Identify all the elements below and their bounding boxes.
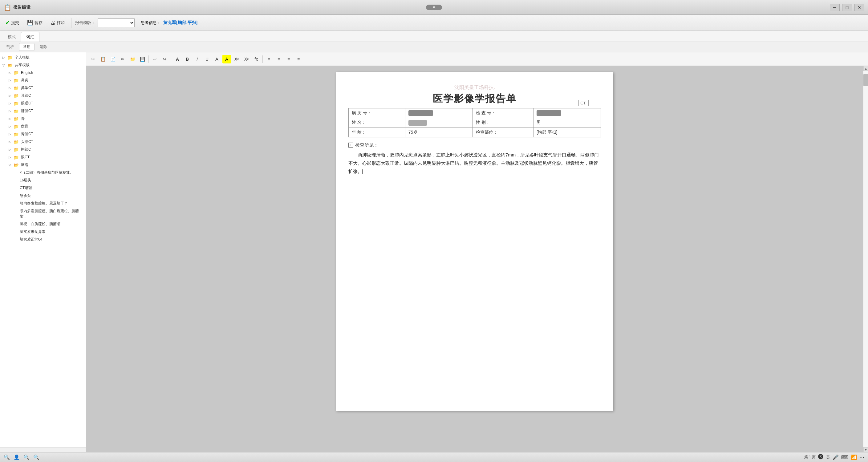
font-button[interactable]: A bbox=[173, 55, 182, 63]
sidebar-item-ganct[interactable]: ▷ 📁 肝脏CT bbox=[6, 107, 86, 115]
template-select[interactable] bbox=[98, 19, 134, 27]
font-color-button[interactable]: A bbox=[213, 55, 221, 63]
status-right: 第 1 页 🅢 英 🎤 ⌨ 📶 ⋯ bbox=[804, 454, 864, 460]
sidebar-item-naoluo[interactable]: ▽ 📂 脑络 bbox=[6, 161, 86, 169]
minimize-button[interactable]: ─ bbox=[830, 4, 840, 11]
sidebar-bottom-scrollbar[interactable] bbox=[0, 447, 86, 452]
zoom-in-icon[interactable]: 🔍 bbox=[33, 454, 39, 460]
folder-icon-english: 📁 bbox=[13, 70, 20, 75]
checkmark-icon: ✔ bbox=[5, 20, 10, 26]
doc-content[interactable]: 两肺纹理清晰，双肺内见斑点索条影，左肺上叶见小囊状透光区，直径约7mm，所见各叶… bbox=[348, 151, 601, 176]
submit-button[interactable]: ✔ 提交 bbox=[2, 18, 22, 28]
folder-icon-gu: 📁 bbox=[13, 116, 20, 121]
save-icon: 💾 bbox=[27, 20, 33, 26]
touct-label: 头部CT bbox=[21, 139, 33, 145]
sub-tab-bar: 剖析 常用 清除 bbox=[0, 42, 868, 52]
sub-tab-common[interactable]: 常用 bbox=[19, 43, 34, 51]
sidebar-item-gu[interactable]: ▷ 📁 骨 bbox=[6, 115, 86, 123]
case-number-label: 病 历 号： bbox=[349, 109, 405, 118]
scroll-thumb[interactable] bbox=[863, 74, 868, 86]
scroll-track[interactable] bbox=[863, 71, 868, 447]
folder-icon-biyan: 📁 bbox=[13, 78, 20, 83]
justify-button[interactable]: ≡ bbox=[294, 55, 303, 63]
italic-button[interactable]: I bbox=[193, 55, 202, 63]
naoluo-label: 脑络 bbox=[21, 162, 28, 167]
highlight-button[interactable]: A bbox=[222, 55, 231, 63]
lang-icon[interactable]: 英 bbox=[826, 455, 830, 460]
print-button[interactable]: 🖨 打印 bbox=[48, 19, 67, 27]
patient-info-table: 病 历 号： 检 查 号： 姓 bbox=[348, 108, 601, 137]
cut-button[interactable]: ✂ bbox=[89, 55, 97, 63]
maximize-button[interactable]: □ bbox=[842, 4, 852, 11]
sidebar-item-pengu[interactable]: ▷ 📁 盆骨 bbox=[6, 123, 86, 130]
brush-button[interactable]: ✏ bbox=[118, 55, 127, 63]
sub-tab-recent[interactable]: 剖析 bbox=[2, 43, 18, 51]
yanjingct-label: 眼眶CT bbox=[21, 101, 33, 106]
add-section-button[interactable]: + bbox=[348, 143, 353, 148]
align-center-button[interactable]: ≡ bbox=[274, 55, 283, 63]
sidebar-item-english[interactable]: ▷ 📁 English bbox=[6, 69, 86, 76]
tab-bar: 模式 词汇 bbox=[0, 31, 868, 42]
case-number-blurred bbox=[408, 110, 433, 116]
scroll-down-arrow[interactable]: ▼ bbox=[863, 447, 868, 452]
main-toolbar: ✔ 提交 💾 暂存 🖨 打印 报告模版： 患者信息： 黄克军[胸部,平扫] bbox=[0, 15, 868, 31]
exam-site-label: 检查部位： bbox=[472, 127, 533, 137]
sidebar-item-biyan[interactable]: ▷ 📁 鼻炎 bbox=[6, 76, 86, 84]
list-item[interactable]: ×（二部）右侧基底节区脑梗壮。 bbox=[12, 169, 86, 177]
align-left-button[interactable]: ≡ bbox=[265, 55, 273, 63]
redo-button[interactable]: ↪ bbox=[160, 55, 169, 63]
folder-icon-pengu: 📁 bbox=[13, 124, 20, 129]
undo-button[interactable]: ↩ bbox=[151, 55, 159, 63]
bold-button[interactable]: B bbox=[183, 55, 192, 63]
formula-button[interactable]: fx bbox=[252, 55, 260, 63]
folder-icon-personal: 📁 bbox=[7, 55, 13, 60]
name-value bbox=[405, 118, 472, 127]
more-icon[interactable]: ⋯ bbox=[859, 454, 864, 460]
shenct-label: 肾脏CT bbox=[21, 131, 33, 137]
close-button[interactable]: ✕ bbox=[855, 4, 864, 11]
fmt-sep-1 bbox=[149, 56, 149, 63]
folder-icon-shenct: 📁 bbox=[13, 132, 20, 137]
list-item[interactable]: 急诊头 bbox=[12, 192, 86, 199]
sidebar-item-yanct[interactable]: ▷ 📁 眼CT bbox=[6, 153, 86, 161]
user-icon[interactable]: 👤 bbox=[13, 454, 20, 460]
list-item[interactable]: CT增强 bbox=[12, 184, 86, 192]
app-title: 报告编辑 bbox=[13, 5, 30, 10]
list-item[interactable]: 颅内多发脑腔梗、累及脑干？ bbox=[12, 199, 86, 207]
superscript-button[interactable]: X2 bbox=[242, 55, 251, 63]
list-item[interactable]: 16层头 bbox=[12, 177, 86, 184]
sidebar-item-xiongct[interactable]: ▷ 📁 胸部CT bbox=[6, 146, 86, 153]
sidebar-item-yanjingct[interactable]: ▷ 📁 眼眶CT bbox=[6, 99, 86, 107]
sub-tab-clear[interactable]: 清除 bbox=[36, 43, 51, 51]
zoom-out-icon[interactable]: 🔍 bbox=[23, 454, 30, 460]
document-area[interactable]: 沈阳美皇工场科技. 医学影像学报告单 CT. 病 历 号： bbox=[86, 66, 863, 452]
list-item[interactable]: 脑梗、白质疏松、脑萎缩 bbox=[12, 220, 86, 228]
collapse-button[interactable]: ▼ bbox=[426, 5, 442, 10]
doc-scrollbar[interactable]: ▲ ▼ bbox=[863, 66, 868, 452]
keyboard-icon[interactable]: ⌨ bbox=[841, 454, 848, 460]
sidebar-item-earbct[interactable]: ▷ 📁 耳部CT bbox=[6, 92, 86, 99]
list-item[interactable]: 脑实质正常64 bbox=[12, 236, 86, 243]
copy-button[interactable]: 📋 bbox=[99, 55, 107, 63]
ganct-label: 肝脏CT bbox=[21, 109, 33, 114]
list-item[interactable]: 脑实质未见异常 bbox=[12, 228, 86, 236]
subscript-button[interactable]: X2 bbox=[232, 55, 241, 63]
mic-icon[interactable]: 🎤 bbox=[833, 454, 839, 460]
save-fmt-button[interactable]: 💾 bbox=[138, 55, 147, 63]
search-zoom-icon[interactable]: 🔍 bbox=[4, 454, 10, 460]
save-button[interactable]: 💾 暂存 bbox=[24, 18, 45, 27]
tab-mode[interactable]: 模式 bbox=[2, 32, 21, 41]
underline-button[interactable]: U bbox=[203, 55, 211, 63]
sidebar-item-biyanct[interactable]: ▷ 📁 鼻咽CT bbox=[6, 84, 86, 92]
sidebar-item-personal[interactable]: ▷ 📁 个人模版 bbox=[0, 54, 86, 61]
paste-button[interactable]: 📄 bbox=[108, 55, 117, 63]
align-right-button[interactable]: ≡ bbox=[284, 55, 293, 63]
open-button[interactable]: 📁 bbox=[128, 55, 137, 63]
naoluo-children: ×（二部）右侧基底节区脑梗壮。 16层头 CT增强 急诊头 bbox=[6, 169, 86, 243]
list-item[interactable]: 颅内多发脑腔梗、脑白质疏松、脑萎缩... bbox=[12, 207, 86, 220]
sidebar-item-shenct[interactable]: ▷ 📁 肾脏CT bbox=[6, 130, 86, 138]
tab-vocab[interactable]: 词汇 bbox=[21, 32, 39, 41]
scroll-up-arrow[interactable]: ▲ bbox=[863, 66, 868, 71]
sidebar-item-touct[interactable]: ▷ 📁 头部CT bbox=[6, 138, 86, 146]
sidebar-item-shared[interactable]: ▽ 📂 共享模版 bbox=[0, 61, 86, 69]
